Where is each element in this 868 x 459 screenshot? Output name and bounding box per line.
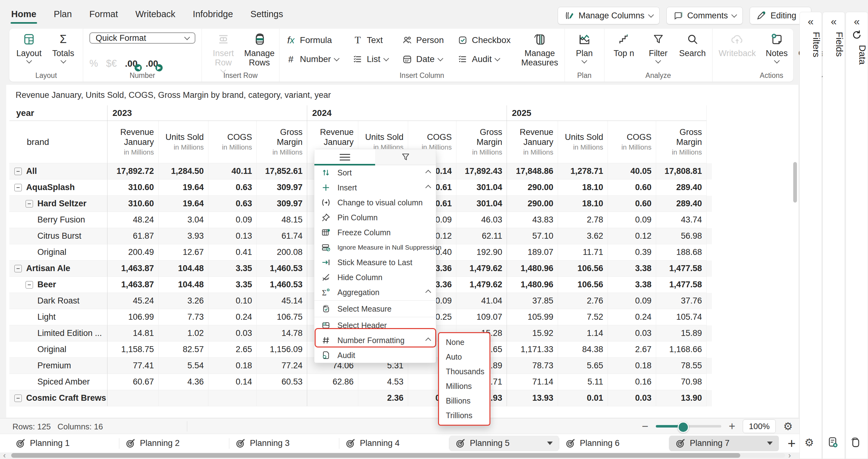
measure-column-header[interactable]: Revenue Januaryin Millions xyxy=(506,121,558,163)
value-cell[interactable]: 0.09 xyxy=(608,293,656,309)
value-cell[interactable]: 0.24 xyxy=(209,309,257,325)
context-menu-item-stick-measure-to-last[interactable]: Stick Measure to Last xyxy=(314,255,436,270)
manage-measures-button[interactable]: Manage Measures xyxy=(521,32,558,67)
context-menu-item-pin-column[interactable]: Pin Column xyxy=(314,210,436,225)
value-cell[interactable]: 45.24 xyxy=(107,293,159,309)
insert-audit-column-button[interactable]: Audit xyxy=(457,54,510,64)
measure-column-header[interactable]: Gross Marginin Millions xyxy=(257,121,307,163)
value-cell[interactable]: 1,168.66 xyxy=(656,341,707,358)
value-cell[interactable]: 0.09 xyxy=(608,212,656,228)
value-cell[interactable]: 188.68 xyxy=(656,244,707,261)
row-label[interactable]: Artisan Ale xyxy=(26,264,70,273)
insert-formula-column-button[interactable]: fxFormula xyxy=(286,34,339,46)
value-cell[interactable]: 56.98 xyxy=(656,228,707,244)
scroll-right-arrow-icon[interactable]: › xyxy=(788,451,791,459)
vertical-scrollbar-thumb[interactable] xyxy=(793,162,797,203)
menubar-item-format[interactable]: Format xyxy=(89,8,119,21)
row-label[interactable]: All xyxy=(26,166,37,176)
value-cell[interactable]: 1,480.96 xyxy=(506,277,558,293)
value-cell[interactable]: 0.18 xyxy=(209,358,257,374)
value-cell[interactable]: 77.24 xyxy=(257,358,307,374)
sheet-tab-planning-5[interactable]: Planning 5 xyxy=(449,436,559,451)
value-cell[interactable]: 3.04 xyxy=(159,212,209,228)
collapse-row-icon[interactable] xyxy=(14,167,22,175)
value-cell[interactable]: 0.10 xyxy=(209,293,257,309)
value-cell[interactable]: 62.86 xyxy=(307,374,358,390)
value-cell[interactable]: 2.76 xyxy=(558,293,608,309)
value-cell[interactable]: 15.89 xyxy=(656,325,707,341)
vertical-scrollbar[interactable] xyxy=(793,78,797,327)
value-cell[interactable]: 61.87 xyxy=(107,228,159,244)
measure-column-header[interactable]: Units Soldin Millions xyxy=(159,121,209,163)
value-cell[interactable]: 309.97 xyxy=(257,180,307,196)
context-menu-item-change-to-visual-column[interactable]: Change to visual column xyxy=(314,195,436,210)
value-cell[interactable] xyxy=(209,390,257,406)
context-menu-tab-general[interactable] xyxy=(314,149,375,165)
value-cell[interactable]: 37.76 xyxy=(656,293,707,309)
row-label[interactable]: Cosmic Craft Brews xyxy=(26,393,106,403)
collapse-row-icon[interactable] xyxy=(14,395,22,402)
value-cell[interactable]: 48.24 xyxy=(107,212,159,228)
value-cell[interactable]: 310.60 xyxy=(107,196,159,212)
zoom-slider[interactable] xyxy=(656,425,721,428)
value-cell[interactable]: 13.93 xyxy=(506,390,558,406)
value-cell[interactable]: 40.05 xyxy=(608,163,656,180)
value-cell[interactable]: 1.02 xyxy=(159,325,209,341)
zoom-slider-knob[interactable] xyxy=(678,422,689,433)
value-cell[interactable]: 37.85 xyxy=(506,293,558,309)
value-cell[interactable]: 1.14 xyxy=(558,325,608,341)
value-cell[interactable]: 1,479.62 xyxy=(457,261,507,277)
value-cell[interactable]: 43.83 xyxy=(506,212,558,228)
value-cell[interactable]: 0.60 xyxy=(608,180,656,196)
row-label[interactable]: Hard Seltzer xyxy=(37,199,87,209)
value-cell[interactable]: 7.73 xyxy=(159,309,209,325)
row-label[interactable]: Spiced Amber xyxy=(37,377,90,387)
value-cell[interactable]: 3.26 xyxy=(159,293,209,309)
value-cell[interactable]: 0.14 xyxy=(209,374,257,390)
value-cell[interactable]: 2.78 xyxy=(558,212,608,228)
value-cell[interactable]: 77.41 xyxy=(107,358,159,374)
value-cell[interactable]: 19.64 xyxy=(159,196,209,212)
sheet-tab-planning-7[interactable]: Planning 7 xyxy=(669,436,779,451)
value-cell[interactable]: 3.35 xyxy=(209,261,257,277)
value-cell[interactable]: 1,460.53 xyxy=(257,261,307,277)
value-cell[interactable]: 43.74 xyxy=(656,212,707,228)
value-cell[interactable]: 0.13 xyxy=(209,228,257,244)
insert-text-column-button[interactable]: TText xyxy=(352,34,388,46)
value-cell[interactable]: 57.10 xyxy=(506,228,558,244)
value-cell[interactable] xyxy=(159,390,209,406)
value-cell[interactable]: 0.63 xyxy=(209,196,257,212)
value-cell[interactable]: 7.52 xyxy=(558,309,608,325)
menubar-item-plan[interactable]: Plan xyxy=(53,8,72,21)
value-cell[interactable]: 1,158.75 xyxy=(107,341,159,358)
quick-format-select[interactable]: Quick Format xyxy=(89,32,195,43)
value-cell[interactable]: 70.98 xyxy=(656,374,707,390)
value-cell[interactable]: 200.08 xyxy=(257,244,307,261)
value-cell[interactable]: 17,892.72 xyxy=(107,163,159,180)
expand-panel-icon[interactable]: « xyxy=(846,15,868,27)
sheet-tab-planning-3[interactable]: Planning 3 xyxy=(229,436,339,451)
value-cell[interactable]: 62.11 xyxy=(457,228,507,244)
collapse-row-icon[interactable] xyxy=(14,184,22,191)
comments-button[interactable]: Comments xyxy=(666,7,743,24)
value-cell[interactable]: 106.56 xyxy=(558,261,608,277)
value-cell[interactable]: 15.92 xyxy=(506,325,558,341)
context-menu-item-number-formatting[interactable]: Number Formatting xyxy=(314,333,436,348)
value-cell[interactable]: 0.12 xyxy=(608,228,656,244)
value-cell[interactable]: 17,892.43 xyxy=(457,163,507,180)
menubar-item-settings[interactable]: Settings xyxy=(250,8,284,21)
insert-number-column-button[interactable]: #Number xyxy=(286,54,339,64)
scroll-left-arrow-icon[interactable]: ‹ xyxy=(3,451,6,459)
value-cell[interactable]: 71.14 xyxy=(506,374,558,390)
measure-column-header[interactable]: Revenue Januaryin Millions xyxy=(107,121,159,163)
value-cell[interactable]: 84.38 xyxy=(558,341,608,358)
value-cell[interactable]: 0.09 xyxy=(209,212,257,228)
collapse-row-icon[interactable] xyxy=(26,281,33,288)
value-cell[interactable]: 105.99 xyxy=(506,309,558,325)
value-cell[interactable]: 290.00 xyxy=(506,180,558,196)
value-cell[interactable]: 0.16 xyxy=(608,374,656,390)
value-cell[interactable]: 78.73 xyxy=(506,358,558,374)
menubar-item-infobridge[interactable]: Infobridge xyxy=(192,8,234,21)
value-cell[interactable]: 3.62 xyxy=(558,228,608,244)
value-cell[interactable]: 0.03 xyxy=(209,325,257,341)
